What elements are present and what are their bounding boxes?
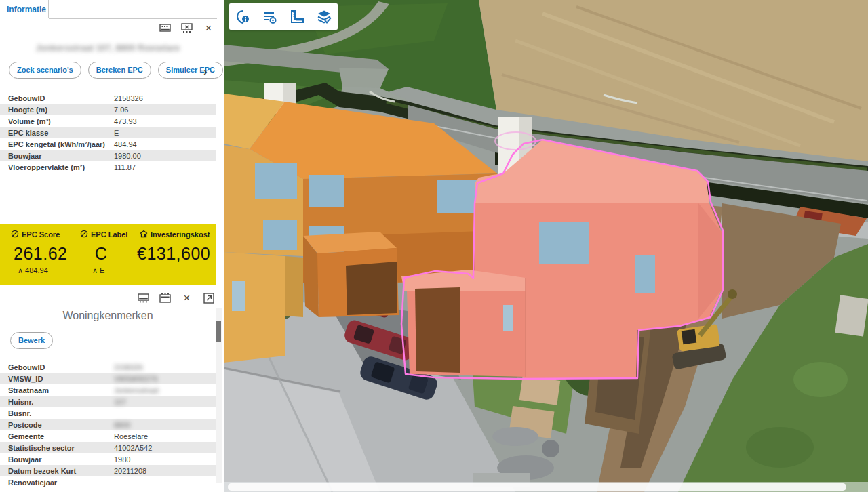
pin-panel-icon[interactable] [181,22,193,34]
epc-label-metric: EPC Label C ∧ E [73,230,129,285]
attribute-label: EPC klasse [0,129,48,137]
investment-label: Investeringskost [151,230,210,239]
panel-scrollbar[interactable] [216,308,222,483]
attribute-label: Vloeroppervlakte (m²) [0,163,85,171]
close-icon[interactable]: × [203,22,214,34]
popout-icon[interactable] [203,292,214,304]
attribute-value: E [114,129,119,137]
attribute-row: Renovatiejaar [0,476,216,488]
attribute-value: 1980 [114,455,130,464]
woningkenmerken-table: GebouwID 2158326 VMSW_ID VMSW00276 Straa… [0,361,216,488]
epc-label-delta: ∧ E [92,266,129,275]
attribute-value: 2158326 [114,363,143,371]
attribute-label: Hoogte (m) [0,106,47,114]
attribute-value: 473.93 [114,117,137,125]
paved-slab [835,295,868,336]
tab-bar-spacer [49,0,217,19]
attribute-row: Straatnaam Jonkersstraat [0,384,216,396]
map-horizontal-scrollbar[interactable] [224,482,868,492]
attribute-value: Roeselare [114,432,148,440]
attribute-label: EPC kengetal (kWh/m²/jaar) [0,140,105,148]
attribute-label: GebouwID [0,94,45,102]
epc-label-value: C [73,244,129,264]
attribute-row: Bouwjaar 1980.00 [0,150,216,161]
epc-label-label: EPC Label [91,230,127,239]
map-toolbar [229,3,338,30]
action-button[interactable]: Zoek scenario's [9,62,81,79]
attribute-value: VMSW00276 [114,375,158,383]
attribute-label: VMSW_ID [0,375,43,383]
attribute-label: Huisnr. [0,398,33,406]
attribute-label: Datum bezoek Kurt [0,467,76,475]
attribute-row: Huisnr. 107 [0,396,216,407]
epc-score-delta: ∧ 484.94 [18,266,73,275]
attribute-value: 484.94 [114,140,137,148]
attribute-label: Busnr. [0,409,31,417]
attribute-label: Postcode [0,421,42,429]
attribute-value: Jonkersstraat [114,386,159,394]
address-title: Jonkersstraat 107, 8800 Roeselare [0,43,216,53]
attribute-value: 107 [114,398,126,406]
attribute-row: Busnr. [0,407,216,419]
investment-metric: Investeringskost €131,600 [129,230,216,285]
attribute-row: Postcode 8800 [0,419,216,430]
attribute-value: 8800 [114,421,130,429]
bewerk-button[interactable]: Bewerk [10,332,53,349]
epc-score-value: 261.62 [14,244,73,264]
attribute-value: 111.87 [114,163,136,171]
attribute-value: 20211208 [114,467,146,475]
layer-list-icon[interactable] [256,3,283,30]
pin-panel-icon[interactable] [159,292,171,304]
attribute-row: Datum bezoek Kurt 20211208 [0,465,216,476]
attribute-label: GebouwID [0,363,45,371]
attribute-label: Bouwjaar [0,455,42,464]
panel1-header-icons: × [159,22,214,34]
more-actions-chevron-icon[interactable]: › [203,65,208,79]
attribute-value: 7.06 [114,106,128,114]
gauge-icon [11,230,19,239]
tab-informatie[interactable]: Informatie [0,0,49,18]
action-buttons: Zoek scenario's Bereken EPC Simuleer EPC [9,62,223,79]
epc-score-label: EPC Score [22,230,60,239]
attribute-label: Straatnaam [0,386,49,394]
identify-icon[interactable] [229,3,256,30]
attribute-value: 41002A542 [114,444,152,452]
attribute-row: Volume (m³) 473.93 [0,115,216,127]
investment-value: €131,600 [137,244,216,264]
attribute-value: 2158326 [114,94,143,102]
panel-scrollbar-thumb[interactable] [216,321,221,342]
panel2-header-icons: × [138,292,214,304]
tab-bar: Informatie [0,0,224,19]
attribute-label: Bouwjaar [0,152,42,160]
attribute-row: VMSW_ID VMSW00276 [0,373,216,384]
layers-icon[interactable] [311,3,338,30]
investment-icon [140,230,148,239]
measure-icon[interactable] [283,3,311,30]
close-icon[interactable]: × [181,292,193,304]
attribute-label: Renovatiejaar [0,478,57,487]
attribute-row: Gemeente Roeselare [0,430,216,442]
woningkenmerken-title: Woningkenmerken [0,310,216,322]
information-panel: Informatie × Jonkersstraat 107, 8800 Roe… [0,0,224,492]
attribute-row: GebouwID 2158326 [0,92,216,104]
attribute-row: EPC klasse E [0,127,216,138]
aerial-scene [224,0,868,492]
map-3d-scene[interactable] [224,0,868,492]
attribute-value: 1980.00 [114,152,141,160]
dock-icon[interactable] [159,22,171,34]
attribute-row: EPC kengetal (kWh/m²/jaar) 484.94 [0,138,216,150]
attribute-label: Gemeente [0,432,44,440]
gauge-icon [80,230,88,239]
attribute-row: Hoogte (m) 7.06 [0,104,216,115]
dock-icon[interactable] [138,292,149,304]
epc-summary-panel: EPC Score 261.62 ∧ 484.94 EPC Label C ∧ … [0,224,216,285]
epc-score-metric: EPC Score 261.62 ∧ 484.94 [0,230,73,285]
attribute-row: Statistische sector 41002A542 [0,442,216,453]
attribute-row: Vloeroppervlakte (m²) 111.87 [0,161,216,173]
action-button[interactable]: Simuleer EPC [158,62,223,79]
attribute-row: GebouwID 2158326 [0,361,216,373]
attribute-label: Statistische sector [0,444,75,452]
attribute-table: GebouwID 2158326 Hoogte (m) 7.06 Volume … [0,92,216,173]
map-scrollbar-thumb[interactable] [228,483,846,491]
action-button[interactable]: Bereken EPC [88,62,151,79]
